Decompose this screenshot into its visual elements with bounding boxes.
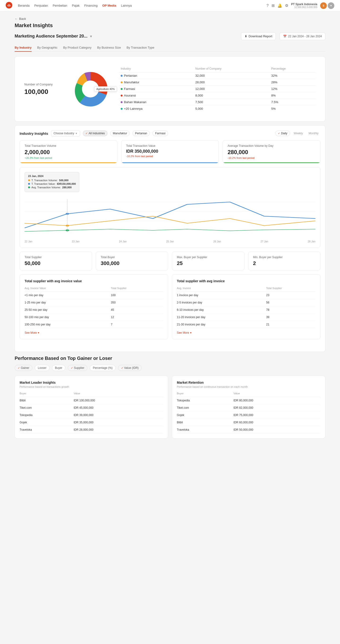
supplier-avg-count-row: 2-5 invoices per day56 — [177, 299, 315, 306]
performance-section: Performance Based on Top Gainer or Loser… — [15, 356, 325, 438]
perf-filter-percentage[interactable]: Percentage (%) — [90, 365, 115, 371]
back-label: Back — [19, 17, 26, 20]
perf-tables: Market Leader Insights Performance based… — [15, 376, 325, 438]
see-more-invoice-value[interactable]: See More ▾ — [25, 331, 163, 334]
supplier-avg-count-row: 11-20 invoices per day39 — [177, 314, 315, 321]
tables-row: Total supplier with avg invoice value Av… — [20, 274, 320, 339]
pie-table-row: Pertanian 32,000 32% — [119, 72, 316, 79]
pie-tooltip: Agriculture 40% — [94, 86, 117, 92]
time-filters: ✓ Daily Weekly Monthly — [275, 130, 320, 136]
market-retention-row: TokopediaIDR 80,000,000 — [177, 397, 320, 404]
pie-table-row: Manufaktur 28,000 28% — [119, 79, 316, 86]
industry-insights-card: Industry Insights Choose Industry ▼ ✓ Al… — [15, 125, 325, 352]
perf-filter-gainer[interactable]: ✓ Gainer — [15, 365, 32, 371]
filter-weekly[interactable]: Weekly — [292, 131, 305, 136]
chart-tooltip-box: 23 Jan, 2024 T. Transaction Volume: 500,… — [25, 172, 315, 192]
supplier-avg-invoice-row: 100-250 mio per day7 — [25, 321, 163, 328]
nav-op-media[interactable]: OP Media — [102, 4, 116, 7]
back-link[interactable]: ← Back — [15, 17, 325, 20]
market-leader-card: Market Leader Insights Performance based… — [15, 376, 168, 438]
pie-row-name: Manufaktur — [119, 79, 193, 86]
supplier-avg-count-row: 6-10 invoices per day78 — [177, 306, 315, 314]
nav-pajak[interactable]: Pajak — [72, 4, 80, 7]
pie-row-name: +20 Lainnnya — [119, 106, 193, 112]
grid-icon[interactable]: ⊞ — [271, 3, 275, 8]
legend-dot-blue — [28, 183, 30, 185]
col-total-supplier-1: Total Supplier — [111, 287, 163, 292]
tab-by-geographic[interactable]: By Geographic — [37, 44, 58, 52]
metric-avg-volume: Average Transaction Volume by Day 280,00… — [223, 140, 320, 163]
download-report-button[interactable]: ⬇ Download Report — [241, 32, 276, 40]
market-retention-row: TravelokaIDR 50,000,000 — [177, 426, 320, 434]
col-buyer-leader: Buyer — [20, 392, 74, 397]
bell-icon[interactable]: 🔔 — [277, 3, 282, 8]
filter-daily[interactable]: ✓ Daily — [275, 130, 290, 136]
pie-row-count: 28,000 — [193, 79, 269, 86]
metric-total-volume: Total Transaction Volume 2,000,000 +20.3… — [20, 140, 117, 163]
download-icon: ⬇ — [245, 34, 247, 38]
perf-filter-supplier[interactable]: ✓ Supplier — [68, 365, 87, 371]
pie-left: Number of Company 100,000 — [24, 82, 62, 96]
tab-by-product-category[interactable]: By Product Category — [63, 44, 92, 52]
tab-by-transaction-type[interactable]: By Transaction Type — [127, 44, 154, 52]
filter-all-industries[interactable]: ✓ All Industries — [83, 130, 107, 136]
filter-manufaktur[interactable]: Manufaktur — [110, 130, 130, 136]
col-avg-invoice-value: Avg. Invoice Value — [25, 287, 111, 292]
market-retention-row: Tiket.comIDR 82,000,000 — [177, 404, 320, 412]
nav-penjualan[interactable]: Penjualan — [34, 4, 48, 7]
supplier-avg-invoice-row: 1-25 mio per day350 — [25, 299, 163, 306]
pie-table-row: Farmasi 12,000 12% — [119, 86, 316, 92]
pie-row-pct: 7.5% — [269, 99, 316, 106]
supplier-avg-invoice-row: <1 mio per day100 — [25, 292, 163, 299]
perf-filters: ✓ Gainer Looser Buyer ✓ Supplier Percent… — [15, 365, 325, 371]
stat-max-buyer: Max. Buyer per Supplier 25 — [172, 252, 244, 270]
pie-row-name: Farmasi — [119, 86, 193, 92]
line-chart-svg — [25, 195, 315, 238]
nav-beranda[interactable]: Beranda — [18, 4, 30, 7]
chevron-down-icon-2: ▾ — [190, 331, 191, 334]
market-leader-row: GojekIDR 35,000,000 — [20, 419, 163, 426]
legend-dot — [121, 101, 123, 103]
col-value-leader: Value — [74, 392, 163, 397]
chevron-down-icon: ▾ — [38, 331, 39, 334]
page-title: Market Insights — [15, 22, 325, 28]
tab-by-industry[interactable]: By Industry — [15, 44, 32, 52]
nav-lainnya[interactable]: Lainnya — [121, 4, 132, 7]
line-chart-container: 23 Jan, 2024 T. Transaction Volume: 500,… — [20, 167, 320, 248]
col-industry: Industry — [119, 66, 193, 72]
perf-filter-buyer[interactable]: Buyer — [52, 365, 65, 371]
insights-header: Industry Insights Choose Industry ▼ ✓ Al… — [20, 130, 320, 136]
pie-row-name: Asuransi — [119, 92, 193, 99]
chart-x-labels: 22 Jan 23 Jan 24 Jan 25 Jan 26 Jan 27 Ja… — [25, 238, 315, 243]
supplier-avg-invoice-row: 25-50 mio per day45 — [25, 306, 163, 314]
performance-title: Performance Based on Top Gainer or Loser — [15, 356, 325, 361]
legend-dot — [121, 108, 123, 110]
settings-icon[interactable]: ⚙ — [285, 3, 288, 8]
choose-industry-btn[interactable]: Choose Industry ▼ — [51, 130, 80, 136]
nav-pembelian[interactable]: Pembelian — [53, 4, 67, 7]
supplier-avg-count-row: 21-30 invoices per day21 — [177, 321, 315, 328]
tab-by-business-size[interactable]: By Business Size — [97, 44, 121, 52]
legend-dot — [121, 95, 123, 96]
filter-farmasi[interactable]: Farmasi — [153, 130, 168, 136]
col-buyer-retention: Buyer — [177, 392, 233, 397]
dropdown-icon[interactable]: ▼ — [89, 34, 93, 38]
avatar-user: S — [320, 2, 327, 9]
filter-monthly[interactable]: Monthly — [307, 131, 320, 136]
market-leader-row: TokopediaIDR 39,000,000 — [20, 412, 163, 419]
help-icon[interactable]: ? — [266, 4, 269, 8]
col-pct: Percentage — [269, 66, 316, 72]
stat-total-supplier: Total Supplier 50,000 — [20, 252, 92, 270]
legend-dot — [121, 88, 123, 90]
filter-pertanian[interactable]: Pertanian — [132, 130, 150, 136]
report-title: Marketing Audience September 20... ▼ — [15, 34, 93, 39]
header-actions: ⬇ Download Report 📅 22 Jan 2024 - 28 Jan… — [241, 32, 325, 40]
pie-row-name: Bahan Makanan — [119, 99, 193, 106]
see-more-invoice-count[interactable]: See More ▾ — [177, 331, 315, 334]
avatar-secondary: ▼ — [328, 2, 334, 9]
pie-row-count: 8,000 — [193, 92, 269, 99]
nav-financing[interactable]: Financing — [84, 4, 98, 7]
pie-row-count: 12,000 — [193, 86, 269, 92]
perf-filter-looser[interactable]: Looser — [35, 365, 50, 371]
perf-filter-value-idr[interactable]: ✓ Value (IDR) — [118, 365, 142, 371]
